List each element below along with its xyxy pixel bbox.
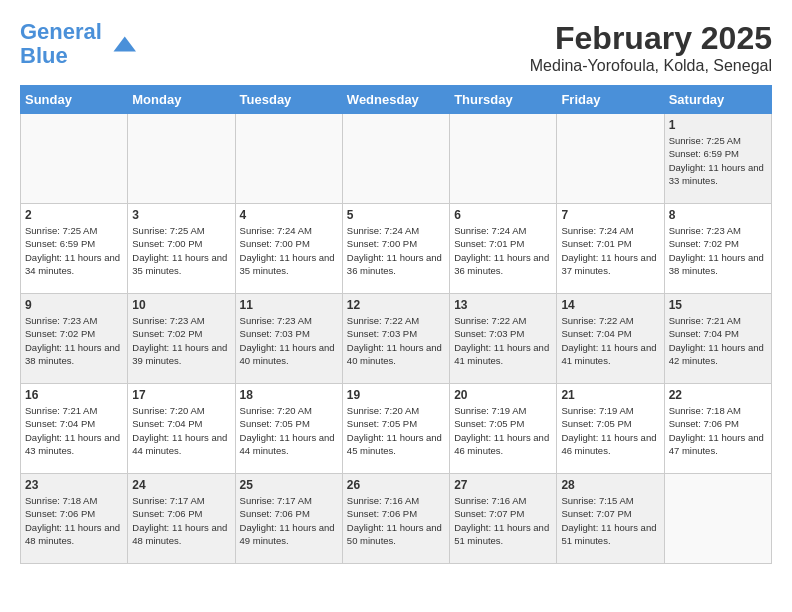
day-info: Sunrise: 7:24 AM Sunset: 7:00 PM Dayligh… [347,224,445,277]
calendar-day-cell: 9Sunrise: 7:23 AM Sunset: 7:02 PM Daylig… [21,294,128,384]
calendar-day-cell: 18Sunrise: 7:20 AM Sunset: 7:05 PM Dayli… [235,384,342,474]
day-number: 14 [561,298,659,312]
day-info: Sunrise: 7:24 AM Sunset: 7:01 PM Dayligh… [561,224,659,277]
calendar-day-cell: 25Sunrise: 7:17 AM Sunset: 7:06 PM Dayli… [235,474,342,564]
calendar-week-row: 2Sunrise: 7:25 AM Sunset: 6:59 PM Daylig… [21,204,772,294]
day-info: Sunrise: 7:25 AM Sunset: 6:59 PM Dayligh… [25,224,123,277]
day-number: 13 [454,298,552,312]
calendar: SundayMondayTuesdayWednesdayThursdayFrid… [20,85,772,564]
calendar-day-cell: 28Sunrise: 7:15 AM Sunset: 7:07 PM Dayli… [557,474,664,564]
day-info: Sunrise: 7:23 AM Sunset: 7:02 PM Dayligh… [132,314,230,367]
day-number: 28 [561,478,659,492]
day-info: Sunrise: 7:24 AM Sunset: 7:00 PM Dayligh… [240,224,338,277]
calendar-header-row: SundayMondayTuesdayWednesdayThursdayFrid… [21,86,772,114]
calendar-header-thursday: Thursday [450,86,557,114]
day-number: 16 [25,388,123,402]
calendar-day-cell: 26Sunrise: 7:16 AM Sunset: 7:06 PM Dayli… [342,474,449,564]
day-info: Sunrise: 7:15 AM Sunset: 7:07 PM Dayligh… [561,494,659,547]
day-number: 12 [347,298,445,312]
calendar-header-saturday: Saturday [664,86,771,114]
calendar-day-cell: 19Sunrise: 7:20 AM Sunset: 7:05 PM Dayli… [342,384,449,474]
calendar-day-cell: 27Sunrise: 7:16 AM Sunset: 7:07 PM Dayli… [450,474,557,564]
day-info: Sunrise: 7:21 AM Sunset: 7:04 PM Dayligh… [25,404,123,457]
calendar-day-cell: 2Sunrise: 7:25 AM Sunset: 6:59 PM Daylig… [21,204,128,294]
calendar-day-cell: 1Sunrise: 7:25 AM Sunset: 6:59 PM Daylig… [664,114,771,204]
title-block: February 2025 Medina-Yorofoula, Kolda, S… [530,20,772,75]
day-number: 25 [240,478,338,492]
calendar-day-cell: 15Sunrise: 7:21 AM Sunset: 7:04 PM Dayli… [664,294,771,384]
calendar-day-cell [557,114,664,204]
calendar-day-cell: 13Sunrise: 7:22 AM Sunset: 7:03 PM Dayli… [450,294,557,384]
day-number: 9 [25,298,123,312]
day-number: 7 [561,208,659,222]
day-number: 23 [25,478,123,492]
day-number: 1 [669,118,767,132]
calendar-day-cell [664,474,771,564]
day-info: Sunrise: 7:20 AM Sunset: 7:05 PM Dayligh… [347,404,445,457]
logo-text: General Blue [20,20,102,68]
calendar-day-cell [450,114,557,204]
day-info: Sunrise: 7:22 AM Sunset: 7:04 PM Dayligh… [561,314,659,367]
calendar-header-tuesday: Tuesday [235,86,342,114]
location-title: Medina-Yorofoula, Kolda, Senegal [530,57,772,75]
calendar-week-row: 1Sunrise: 7:25 AM Sunset: 6:59 PM Daylig… [21,114,772,204]
calendar-day-cell: 3Sunrise: 7:25 AM Sunset: 7:00 PM Daylig… [128,204,235,294]
calendar-day-cell [128,114,235,204]
svg-marker-0 [113,37,136,52]
calendar-day-cell: 14Sunrise: 7:22 AM Sunset: 7:04 PM Dayli… [557,294,664,384]
day-info: Sunrise: 7:17 AM Sunset: 7:06 PM Dayligh… [240,494,338,547]
day-info: Sunrise: 7:20 AM Sunset: 7:05 PM Dayligh… [240,404,338,457]
day-info: Sunrise: 7:18 AM Sunset: 7:06 PM Dayligh… [669,404,767,457]
logo-icon [106,29,136,59]
day-info: Sunrise: 7:25 AM Sunset: 7:00 PM Dayligh… [132,224,230,277]
calendar-header-wednesday: Wednesday [342,86,449,114]
day-number: 21 [561,388,659,402]
day-number: 17 [132,388,230,402]
day-info: Sunrise: 7:24 AM Sunset: 7:01 PM Dayligh… [454,224,552,277]
calendar-day-cell: 6Sunrise: 7:24 AM Sunset: 7:01 PM Daylig… [450,204,557,294]
calendar-week-row: 23Sunrise: 7:18 AM Sunset: 7:06 PM Dayli… [21,474,772,564]
day-info: Sunrise: 7:22 AM Sunset: 7:03 PM Dayligh… [454,314,552,367]
day-info: Sunrise: 7:23 AM Sunset: 7:02 PM Dayligh… [669,224,767,277]
day-number: 3 [132,208,230,222]
calendar-day-cell: 12Sunrise: 7:22 AM Sunset: 7:03 PM Dayli… [342,294,449,384]
page-header: General Blue February 2025 Medina-Yorofo… [20,20,772,75]
day-info: Sunrise: 7:17 AM Sunset: 7:06 PM Dayligh… [132,494,230,547]
calendar-week-row: 9Sunrise: 7:23 AM Sunset: 7:02 PM Daylig… [21,294,772,384]
calendar-day-cell [342,114,449,204]
calendar-day-cell: 20Sunrise: 7:19 AM Sunset: 7:05 PM Dayli… [450,384,557,474]
day-info: Sunrise: 7:23 AM Sunset: 7:02 PM Dayligh… [25,314,123,367]
calendar-day-cell: 16Sunrise: 7:21 AM Sunset: 7:04 PM Dayli… [21,384,128,474]
calendar-week-row: 16Sunrise: 7:21 AM Sunset: 7:04 PM Dayli… [21,384,772,474]
day-number: 24 [132,478,230,492]
day-number: 26 [347,478,445,492]
calendar-day-cell: 8Sunrise: 7:23 AM Sunset: 7:02 PM Daylig… [664,204,771,294]
calendar-header-monday: Monday [128,86,235,114]
day-number: 22 [669,388,767,402]
day-number: 8 [669,208,767,222]
day-number: 10 [132,298,230,312]
calendar-day-cell: 17Sunrise: 7:20 AM Sunset: 7:04 PM Dayli… [128,384,235,474]
month-title: February 2025 [530,20,772,57]
day-number: 11 [240,298,338,312]
day-info: Sunrise: 7:25 AM Sunset: 6:59 PM Dayligh… [669,134,767,187]
day-info: Sunrise: 7:19 AM Sunset: 7:05 PM Dayligh… [561,404,659,457]
calendar-day-cell: 10Sunrise: 7:23 AM Sunset: 7:02 PM Dayli… [128,294,235,384]
calendar-day-cell: 23Sunrise: 7:18 AM Sunset: 7:06 PM Dayli… [21,474,128,564]
calendar-day-cell: 4Sunrise: 7:24 AM Sunset: 7:00 PM Daylig… [235,204,342,294]
logo: General Blue [20,20,136,68]
day-number: 20 [454,388,552,402]
day-number: 5 [347,208,445,222]
calendar-day-cell [21,114,128,204]
logo-line1: General [20,19,102,44]
day-number: 15 [669,298,767,312]
logo-line2: Blue [20,43,68,68]
day-number: 6 [454,208,552,222]
day-info: Sunrise: 7:22 AM Sunset: 7:03 PM Dayligh… [347,314,445,367]
calendar-day-cell [235,114,342,204]
day-number: 4 [240,208,338,222]
day-number: 18 [240,388,338,402]
day-number: 2 [25,208,123,222]
calendar-header-sunday: Sunday [21,86,128,114]
day-info: Sunrise: 7:18 AM Sunset: 7:06 PM Dayligh… [25,494,123,547]
